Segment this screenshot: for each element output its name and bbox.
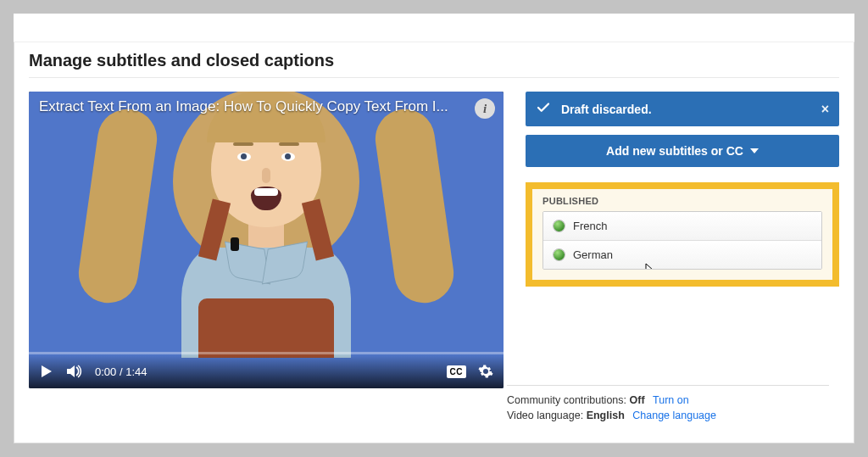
chevron-down-icon: [750, 148, 759, 153]
presenter-graphic: [147, 100, 385, 358]
divider: [29, 77, 839, 78]
player-controls: 0:00 / 1:44 CC: [29, 354, 504, 388]
svg-marker-1: [67, 365, 75, 377]
cc-icon[interactable]: CC: [447, 365, 466, 378]
info-icon[interactable]: i: [475, 98, 495, 119]
published-language-list: French German: [542, 211, 822, 270]
turn-on-link[interactable]: Turn on: [653, 394, 689, 406]
contributions-label: Community contributions:: [507, 394, 626, 406]
change-language-link[interactable]: Change language: [632, 410, 716, 421]
video-language-label: Video language:: [507, 410, 583, 421]
status-dot-icon: [554, 220, 565, 231]
check-icon: [536, 100, 551, 118]
volume-icon[interactable]: [66, 364, 83, 379]
divider: [507, 385, 829, 386]
contributions-value: Off: [630, 394, 645, 406]
play-icon[interactable]: [39, 364, 54, 379]
duration: 1:44: [125, 365, 147, 378]
banner-message: Draft discarded.: [561, 103, 652, 116]
footer-info: Community contributions: Off Turn on Vid…: [507, 385, 829, 425]
published-section-highlight: PUBLISHED French German: [526, 182, 839, 287]
language-label: German: [573, 248, 613, 261]
gear-icon[interactable]: [478, 364, 493, 379]
svg-marker-0: [42, 365, 52, 377]
cursor-pointer-icon: [643, 263, 657, 270]
add-subtitles-label: Add new subtitles or CC: [606, 144, 743, 158]
video-player[interactable]: Extract Text From an Image: How To Quick…: [29, 92, 504, 388]
language-row-french[interactable]: French: [543, 212, 821, 240]
language-row-german[interactable]: German: [543, 240, 821, 269]
time-display: 0:00 / 1:44: [95, 365, 147, 378]
draft-discarded-banner: Draft discarded. ×: [526, 92, 839, 126]
page-title: Manage subtitles and closed captions: [29, 51, 839, 70]
language-label: French: [573, 220, 607, 232]
current-time: 0:00: [95, 365, 116, 378]
video-language-value: English: [587, 410, 625, 421]
published-heading: PUBLISHED: [542, 196, 822, 206]
status-dot-icon: [554, 249, 565, 260]
close-icon[interactable]: ×: [821, 102, 829, 117]
add-subtitles-button[interactable]: Add new subtitles or CC: [526, 135, 839, 167]
video-frame: [29, 92, 504, 388]
video-title-overlay[interactable]: Extract Text From an Image: How To Quick…: [39, 98, 466, 115]
top-bar: [14, 14, 854, 42]
